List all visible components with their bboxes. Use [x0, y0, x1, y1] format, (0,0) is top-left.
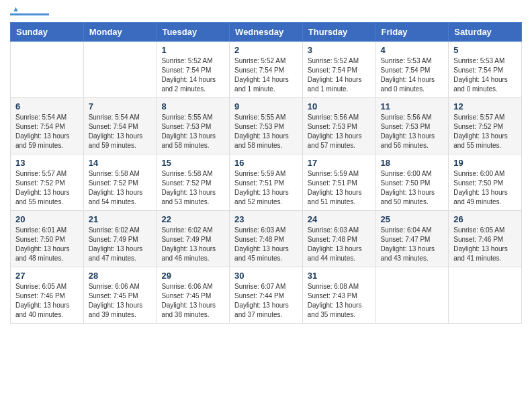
- day-number: 23: [234, 214, 298, 224]
- calendar-cell: 3Sunrise: 5:52 AM Sunset: 7:54 PM Daylig…: [302, 42, 375, 98]
- cell-info: Sunrise: 5:52 AM Sunset: 7:54 PM Dayligh…: [161, 56, 224, 94]
- cell-info: Sunrise: 6:02 AM Sunset: 7:49 PM Dayligh…: [161, 226, 224, 263]
- day-number: 24: [308, 214, 371, 224]
- day-number: 31: [308, 271, 371, 281]
- day-number: 15: [161, 158, 224, 168]
- cell-info: Sunrise: 6:05 AM Sunset: 7:46 PM Dayligh…: [453, 226, 517, 263]
- calendar-cell: 27Sunrise: 6:05 AM Sunset: 7:46 PM Dayli…: [11, 267, 84, 324]
- calendar-cell: 24Sunrise: 6:03 AM Sunset: 7:48 PM Dayli…: [302, 211, 375, 267]
- day-number: 16: [234, 158, 298, 168]
- cell-info: Sunrise: 5:54 AM Sunset: 7:54 PM Dayligh…: [89, 113, 152, 150]
- calendar-cell: 30Sunrise: 6:07 AM Sunset: 7:44 PM Dayli…: [230, 267, 303, 324]
- cell-info: Sunrise: 6:00 AM Sunset: 7:50 PM Dayligh…: [453, 169, 517, 207]
- calendar-cell: 13Sunrise: 5:57 AM Sunset: 7:52 PM Dayli…: [11, 154, 84, 211]
- cell-info: Sunrise: 6:07 AM Sunset: 7:44 PM Dayligh…: [234, 282, 298, 320]
- day-number: 18: [381, 158, 444, 168]
- day-number: 27: [15, 271, 79, 281]
- cell-info: Sunrise: 6:02 AM Sunset: 7:49 PM Dayligh…: [89, 226, 152, 263]
- col-header-friday: Friday: [375, 23, 449, 42]
- cell-info: Sunrise: 6:06 AM Sunset: 7:45 PM Dayligh…: [161, 282, 224, 320]
- day-number: 12: [453, 101, 517, 111]
- day-number: 3: [308, 45, 371, 55]
- cell-info: Sunrise: 5:52 AM Sunset: 7:54 PM Dayligh…: [234, 56, 298, 94]
- calendar-cell: 16Sunrise: 5:59 AM Sunset: 7:51 PM Dayli…: [230, 154, 303, 211]
- cell-info: Sunrise: 5:58 AM Sunset: 7:52 PM Dayligh…: [161, 169, 224, 207]
- day-number: 11: [381, 101, 444, 111]
- day-number: 19: [453, 158, 517, 168]
- calendar-cell: [83, 42, 157, 98]
- day-number: 26: [453, 214, 517, 224]
- calendar-table: SundayMondayTuesdayWednesdayThursdayFrid…: [10, 22, 522, 324]
- calendar-cell: 21Sunrise: 6:02 AM Sunset: 7:49 PM Dayli…: [83, 211, 157, 267]
- calendar-cell: 8Sunrise: 5:55 AM Sunset: 7:53 PM Daylig…: [157, 98, 230, 154]
- calendar-cell: 4Sunrise: 5:53 AM Sunset: 7:54 PM Daylig…: [375, 42, 449, 98]
- calendar-cell: 12Sunrise: 5:57 AM Sunset: 7:52 PM Dayli…: [449, 98, 522, 154]
- cell-info: Sunrise: 5:58 AM Sunset: 7:52 PM Dayligh…: [89, 169, 152, 207]
- cell-info: Sunrise: 6:00 AM Sunset: 7:50 PM Dayligh…: [381, 169, 444, 207]
- cell-info: Sunrise: 5:57 AM Sunset: 7:52 PM Dayligh…: [453, 113, 517, 150]
- calendar-cell: 31Sunrise: 6:08 AM Sunset: 7:43 PM Dayli…: [302, 267, 375, 324]
- calendar-cell: 9Sunrise: 5:55 AM Sunset: 7:53 PM Daylig…: [230, 98, 303, 154]
- day-number: 14: [89, 158, 152, 168]
- cell-info: Sunrise: 6:03 AM Sunset: 7:48 PM Dayligh…: [308, 226, 371, 263]
- cell-info: Sunrise: 5:57 AM Sunset: 7:52 PM Dayligh…: [15, 169, 79, 207]
- col-header-thursday: Thursday: [302, 23, 375, 42]
- calendar-cell: 20Sunrise: 6:01 AM Sunset: 7:50 PM Dayli…: [11, 211, 84, 267]
- cell-info: Sunrise: 5:55 AM Sunset: 7:53 PM Dayligh…: [234, 113, 298, 150]
- calendar-cell: 14Sunrise: 5:58 AM Sunset: 7:52 PM Dayli…: [83, 154, 157, 211]
- day-number: 30: [234, 271, 298, 281]
- calendar-cell: 17Sunrise: 5:59 AM Sunset: 7:51 PM Dayli…: [302, 154, 375, 211]
- cell-info: Sunrise: 6:03 AM Sunset: 7:48 PM Dayligh…: [234, 226, 298, 263]
- cell-info: Sunrise: 6:01 AM Sunset: 7:50 PM Dayligh…: [15, 226, 79, 263]
- calendar-cell: 19Sunrise: 6:00 AM Sunset: 7:50 PM Dayli…: [449, 154, 522, 211]
- calendar-cell: 23Sunrise: 6:03 AM Sunset: 7:48 PM Dayli…: [230, 211, 303, 267]
- cell-info: Sunrise: 6:05 AM Sunset: 7:46 PM Dayligh…: [15, 282, 79, 320]
- day-number: 8: [161, 101, 224, 111]
- calendar-cell: 6Sunrise: 5:54 AM Sunset: 7:54 PM Daylig…: [11, 98, 84, 154]
- cell-info: Sunrise: 5:59 AM Sunset: 7:51 PM Dayligh…: [308, 169, 371, 207]
- cell-info: Sunrise: 5:54 AM Sunset: 7:54 PM Dayligh…: [15, 113, 79, 150]
- calendar-cell: [449, 267, 522, 324]
- calendar-cell: [11, 42, 84, 98]
- calendar-cell: 29Sunrise: 6:06 AM Sunset: 7:45 PM Dayli…: [157, 267, 230, 324]
- cell-info: Sunrise: 5:53 AM Sunset: 7:54 PM Dayligh…: [381, 56, 444, 94]
- col-header-monday: Monday: [83, 23, 157, 42]
- page-header: ▲: [10, 10, 522, 15]
- day-number: 5: [453, 45, 517, 55]
- calendar-cell: 18Sunrise: 6:00 AM Sunset: 7:50 PM Dayli…: [375, 154, 449, 211]
- cell-info: Sunrise: 5:59 AM Sunset: 7:51 PM Dayligh…: [234, 169, 298, 207]
- calendar-cell: 1Sunrise: 5:52 AM Sunset: 7:54 PM Daylig…: [157, 42, 230, 98]
- calendar-cell: 22Sunrise: 6:02 AM Sunset: 7:49 PM Dayli…: [157, 211, 230, 267]
- calendar-cell: 5Sunrise: 5:53 AM Sunset: 7:54 PM Daylig…: [449, 42, 522, 98]
- day-number: 13: [15, 158, 79, 168]
- cell-info: Sunrise: 5:53 AM Sunset: 7:54 PM Dayligh…: [453, 56, 517, 94]
- day-number: 20: [15, 214, 79, 224]
- calendar-cell: 28Sunrise: 6:06 AM Sunset: 7:45 PM Dayli…: [83, 267, 157, 324]
- col-header-wednesday: Wednesday: [230, 23, 303, 42]
- cell-info: Sunrise: 6:08 AM Sunset: 7:43 PM Dayligh…: [308, 282, 371, 320]
- logo: ▲: [10, 10, 49, 15]
- calendar-cell: 7Sunrise: 5:54 AM Sunset: 7:54 PM Daylig…: [83, 98, 157, 154]
- day-number: 4: [381, 45, 444, 55]
- col-header-saturday: Saturday: [449, 23, 522, 42]
- calendar-cell: 26Sunrise: 6:05 AM Sunset: 7:46 PM Dayli…: [449, 211, 522, 267]
- cell-info: Sunrise: 5:52 AM Sunset: 7:54 PM Dayligh…: [308, 56, 371, 94]
- day-number: 29: [161, 271, 224, 281]
- calendar-cell: 2Sunrise: 5:52 AM Sunset: 7:54 PM Daylig…: [230, 42, 303, 98]
- day-number: 6: [15, 101, 79, 111]
- day-number: 22: [161, 214, 224, 224]
- day-number: 2: [234, 45, 298, 55]
- day-number: 1: [161, 45, 224, 55]
- calendar-cell: 10Sunrise: 5:56 AM Sunset: 7:53 PM Dayli…: [302, 98, 375, 154]
- calendar-cell: 25Sunrise: 6:04 AM Sunset: 7:47 PM Dayli…: [375, 211, 449, 267]
- calendar-cell: [375, 267, 449, 324]
- cell-info: Sunrise: 6:04 AM Sunset: 7:47 PM Dayligh…: [381, 226, 444, 263]
- day-number: 17: [308, 158, 371, 168]
- col-header-tuesday: Tuesday: [157, 23, 230, 42]
- day-number: 21: [89, 214, 152, 224]
- calendar-cell: 11Sunrise: 5:56 AM Sunset: 7:53 PM Dayli…: [375, 98, 449, 154]
- cell-info: Sunrise: 5:56 AM Sunset: 7:53 PM Dayligh…: [308, 113, 371, 150]
- cell-info: Sunrise: 6:06 AM Sunset: 7:45 PM Dayligh…: [89, 282, 152, 320]
- col-header-sunday: Sunday: [11, 23, 84, 42]
- day-number: 28: [89, 271, 152, 281]
